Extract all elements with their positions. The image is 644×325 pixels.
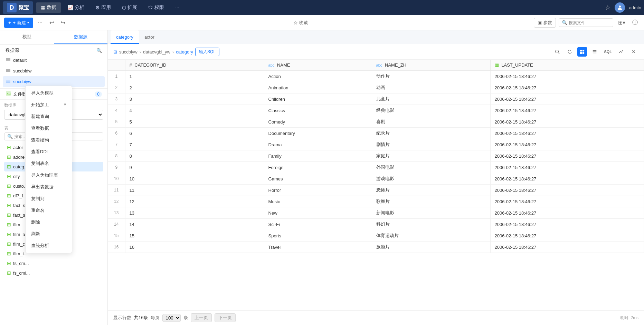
row-number: 13 [108, 207, 125, 219]
row-number: 7 [108, 139, 125, 150]
table-search-icon: 🔍 [7, 134, 13, 139]
toolbar-right: ▣ 参数 🔍 ⊞▾ ⓘ [534, 18, 640, 28]
breadcrumb-datacvgbi[interactable]: datacvgbi_yw [143, 49, 170, 55]
svg-text:XLS: XLS [7, 92, 11, 96]
cell-name-zh: 剧情片 [372, 139, 490, 150]
nav-extend[interactable]: ⬡ 扩展 [117, 2, 142, 13]
layout-toggle[interactable]: ⊞▾ [616, 18, 627, 27]
table-search-btn[interactable] [552, 47, 562, 57]
cell-name-zh: 歌舞片 [372, 196, 490, 207]
ctx-copy-table-name[interactable]: 复制表名 [26, 158, 72, 169]
ctx-rename[interactable]: 重命名 [26, 205, 72, 216]
ctx-view-structure[interactable]: 查看结构 [26, 134, 72, 146]
new-button[interactable]: + + 新建 ▾ [4, 18, 33, 28]
display-rows-label: 显示行数 [113, 315, 131, 321]
ds-item-succbidw[interactable]: succbidw [3, 66, 105, 76]
undo-button[interactable]: ↩ [47, 18, 56, 27]
svg-point-0 [619, 6, 621, 8]
table-row: 15 15 Sports 体育运动片 2006-02-15 18:46:27 [108, 230, 644, 242]
refresh-btn[interactable] [565, 47, 575, 57]
svg-rect-6 [583, 50, 584, 51]
sql-view-btn[interactable]: SQL [602, 47, 614, 57]
favorites-button[interactable]: ☆ 收藏 [293, 20, 308, 26]
ctx-view-data[interactable]: 查看数据 [26, 122, 72, 134]
close-panel-btn[interactable]: ✕ [629, 47, 638, 57]
ctx-process-arrow: ▾ [64, 102, 66, 107]
cell-last-update: 2006-02-15 18:46:27 [490, 242, 644, 253]
table-row: 14 14 Sci-Fi 科幻片 2006-02-15 18:46:27 [108, 219, 644, 230]
cell-name-zh: 经典电影 [372, 105, 490, 116]
per-page-select[interactable]: 100 50 200 [162, 314, 181, 322]
nav-more[interactable]: ··· [170, 2, 184, 13]
prev-page-btn[interactable]: 上一页 [191, 313, 212, 322]
row-number: 2 [108, 82, 125, 93]
tab-category[interactable]: category [111, 30, 139, 44]
ctx-import-model[interactable]: 导入为模型 [26, 87, 72, 99]
more-button[interactable]: ··· [36, 18, 45, 27]
sidebar-tabs: 模型 数据源 [0, 30, 107, 45]
info-button[interactable]: ⓘ [630, 18, 640, 28]
cell-name-zh: 恐怖片 [372, 185, 490, 196]
nav-apps[interactable]: ⚙ 应用 [91, 2, 116, 13]
per-page-unit: 条 [183, 315, 188, 321]
cell-name: Comedy [264, 116, 372, 128]
col-header-name: abc NAME [264, 60, 372, 71]
ds-item-default[interactable]: default [3, 55, 105, 66]
cell-name: Documentary [264, 128, 372, 139]
redo-button[interactable]: ↪ [59, 18, 67, 27]
cell-name: Sports [264, 230, 372, 242]
datasource-search-icon[interactable]: 🔍 [96, 48, 102, 53]
ctx-start-process[interactable]: 开始加工 ▾ [26, 99, 72, 111]
ctx-copy-to[interactable]: 复制到 [26, 193, 72, 205]
input-sql-button[interactable]: 输入SQL [195, 48, 219, 56]
nav-perms[interactable]: 🛡 权限 [143, 2, 169, 13]
next-page-btn[interactable]: 下一页 [215, 313, 236, 322]
ctx-delete[interactable]: 删除 [26, 216, 72, 228]
cell-last-update: 2006-02-15 18:46:27 [490, 150, 644, 162]
ctx-export-data[interactable]: 导出表数据 [26, 181, 72, 193]
grid-view-btn[interactable] [577, 47, 587, 57]
ctx-new-query[interactable]: 新建查询 [26, 111, 72, 122]
avatar[interactable] [615, 2, 625, 13]
table-item-fscm[interactable]: ⊞ fs_cm... [4, 258, 103, 268]
cell-category-id: 13 [125, 207, 264, 219]
chart-btn[interactable] [616, 47, 626, 57]
table-row: 5 5 Comedy 喜剧 2006-02-15 18:46:27 [108, 116, 644, 128]
ctx-import-physical[interactable]: 导入为物理表 [26, 169, 72, 181]
nav-data[interactable]: ▦ 数据 [36, 2, 61, 13]
cell-name: Horror [264, 185, 372, 196]
ds-icon-succbiyw [6, 78, 11, 85]
tab-datasource[interactable]: 数据源 [54, 30, 108, 44]
table-item-fscml[interactable]: ⊞ fs_cml... [4, 268, 103, 278]
cell-name: Travel [264, 242, 372, 253]
ctx-refresh[interactable]: 刷新 [26, 228, 72, 240]
row-number: 12 [108, 196, 125, 207]
breadcrumb-succbiyw[interactable]: succbiyw [119, 49, 138, 55]
table-icon: ⊞ [7, 203, 11, 208]
cell-category-id: 16 [125, 242, 264, 253]
table-header-row: # CATEGORY_ID abc NAME abc NAME_ZH ▦ [108, 60, 644, 71]
cell-category-id: 3 [125, 93, 264, 105]
tab-actor[interactable]: actor [139, 30, 160, 44]
table-row: 4 4 Classics 经典电影 2006-02-15 18:46:27 [108, 105, 644, 116]
nav-analysis[interactable]: 📈 分析 [63, 2, 89, 13]
table-row: 11 11 Horror 恐怖片 2006-02-15 18:46:27 [108, 185, 644, 196]
cell-name-zh: 新闻电影 [372, 207, 490, 219]
cell-category-id: 1 [125, 71, 264, 82]
cell-name-zh: 家庭片 [372, 150, 490, 162]
toolbar-center: ☆ 收藏 [70, 20, 531, 26]
table-icon: ⊞ [7, 193, 11, 198]
logo-area[interactable]: D 聚宝 [3, 1, 33, 14]
datasource-list: default succbidw succbiyw [0, 55, 107, 87]
total-count: 共16条 [134, 315, 148, 321]
ctx-view-ddl[interactable]: 查看DDL [26, 146, 72, 158]
list-view-btn[interactable] [590, 47, 599, 57]
cell-name-zh: 外国电影 [372, 162, 490, 173]
search-input[interactable] [569, 20, 610, 25]
star-icon[interactable]: ☆ [605, 4, 610, 11]
params-button[interactable]: ▣ 参数 [534, 18, 556, 28]
svg-rect-7 [580, 52, 582, 54]
tab-model[interactable]: 模型 [0, 30, 54, 44]
context-menu: 导入为模型 开始加工 ▾ 新建查询 查看数据 查看结构 查看DDL 复制表名 导… [25, 86, 72, 253]
ctx-lineage[interactable]: 血统分析 [26, 240, 72, 252]
